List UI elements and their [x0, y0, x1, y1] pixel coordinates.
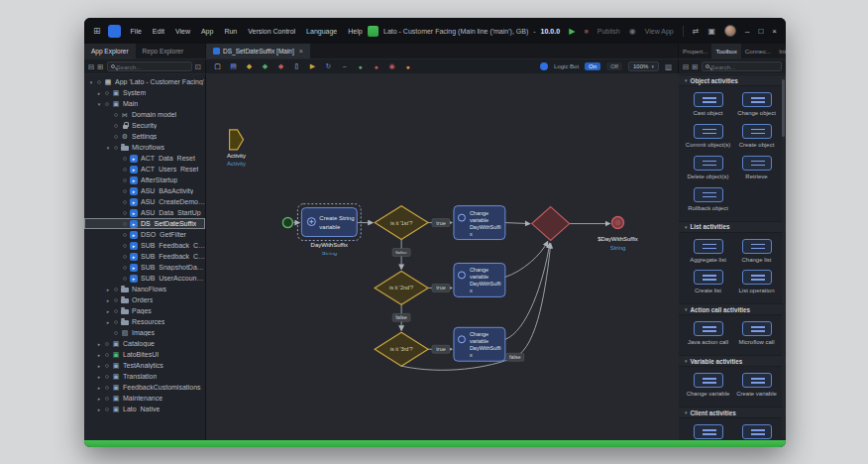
merge-node[interactable]	[532, 207, 570, 241]
canvas-tool-icon[interactable]: ▶	[307, 61, 318, 72]
scrollbar[interactable]	[782, 76, 785, 438]
start-event[interactable]	[282, 218, 292, 228]
sync-icon[interactable]: ⇄	[693, 27, 700, 36]
edge-change3-merge[interactable]	[505, 244, 550, 340]
tree-item[interactable]: Settings	[84, 131, 205, 142]
tab-connectors[interactable]: Connec...	[741, 44, 775, 58]
menu-item[interactable]: Edit	[153, 28, 164, 35]
menu-item[interactable]: Language	[306, 28, 337, 35]
canvas-tool-icon[interactable]: ◆	[244, 61, 255, 72]
zoom-select[interactable]: 100% ▾	[628, 61, 659, 71]
toolbox-item[interactable]: Microflow call	[732, 319, 781, 350]
tree-item[interactable]: SUB_Feedback_CreateGoogle	[84, 251, 205, 262]
chevron-icon[interactable]	[105, 297, 111, 303]
expand-sections-icon[interactable]: ⊞	[692, 62, 698, 71]
tree-item[interactable]: ACT_Users_Reset	[84, 164, 205, 174]
notifications-icon[interactable]: ▣	[707, 27, 715, 36]
canvas-tool-icon[interactable]: ●	[371, 61, 381, 72]
toolbox-item[interactable]: Change variable	[684, 371, 732, 402]
canvas-tool-icon[interactable]: ●	[402, 61, 413, 72]
chevron-icon[interactable]	[96, 90, 102, 96]
close-button[interactable]: ×	[772, 27, 777, 36]
app-grid-icon[interactable]: ⊞	[93, 26, 101, 36]
chevron-icon[interactable]	[88, 79, 94, 85]
edge-change1-merge[interactable]	[505, 223, 530, 224]
canvas-tool-icon[interactable]: ◆	[275, 61, 286, 72]
toolbox-item[interactable]: Delete object(s)	[684, 154, 732, 184]
toolbox-section-header[interactable]: ▾ Action call activities	[679, 303, 786, 315]
toolbox-item[interactable]: Create object	[732, 122, 781, 153]
tree-item[interactable]: SUB_SnapshotData_Multiply	[84, 262, 205, 273]
tree-item[interactable]: Microflows	[84, 142, 205, 153]
chevron-icon[interactable]	[96, 406, 102, 412]
tree-item[interactable]: Orders	[84, 294, 205, 305]
publish-button[interactable]: Publish	[597, 28, 620, 35]
toolbox-item[interactable]: Create variable	[732, 371, 781, 402]
tree-item[interactable]: AfterStartup	[84, 174, 205, 185]
view-app-button[interactable]: View App	[645, 28, 674, 35]
close-icon[interactable]: ×	[299, 48, 303, 55]
collapse-all-icon[interactable]: ⊟	[88, 62, 94, 71]
chevron-icon[interactable]	[105, 319, 111, 325]
toolbox-section-header[interactable]: ▾ Client activities	[679, 406, 786, 418]
toolbox-item[interactable]	[732, 422, 781, 440]
maximize-button[interactable]: □	[758, 27, 763, 36]
menu-item[interactable]: Run	[224, 28, 237, 35]
tree-item[interactable]: SUB_UserAccount_Create	[84, 273, 205, 284]
chevron-icon[interactable]	[105, 308, 111, 314]
canvas-tool-icon[interactable]: ▤	[228, 61, 239, 72]
tree-item[interactable]: ASU_BAsActivity	[84, 185, 205, 196]
scrollbar-thumb[interactable]	[782, 79, 785, 137]
chevron-icon[interactable]	[96, 396, 102, 402]
menu-item[interactable]: Version Control	[248, 28, 295, 35]
tab-integrations[interactable]: Integrat...	[775, 44, 786, 58]
document-tab[interactable]: DS_SetDateSuffix [Main] ×	[206, 44, 310, 58]
chevron-icon[interactable]	[96, 363, 102, 369]
toolbox-item[interactable]: Change object	[732, 90, 781, 121]
tree-item[interactable]: Security	[84, 120, 205, 131]
menu-item[interactable]: Help	[348, 28, 362, 35]
tree-item[interactable]: Main	[84, 98, 205, 109]
edge-change2-merge[interactable]	[505, 242, 548, 278]
toolbox-item[interactable]	[684, 422, 732, 440]
tree-item[interactable]: DSO_GetFilter	[84, 229, 205, 240]
tree-item[interactable]: Resources	[84, 316, 205, 327]
tab-repo-explorer[interactable]: Repo Explorer	[136, 44, 191, 58]
toolbox-item[interactable]: Rollback object	[684, 185, 732, 216]
minimize-button[interactable]: –	[745, 27, 749, 36]
chevron-icon[interactable]	[96, 341, 102, 347]
tree-item[interactable]: Images	[84, 327, 205, 338]
toolbox-item[interactable]: Change list	[732, 237, 781, 268]
toolbox-item[interactable]: Commit object(s)	[684, 122, 732, 153]
collapse-sections-icon[interactable]: ⊟	[683, 62, 689, 71]
user-avatar[interactable]	[724, 25, 736, 37]
logic-bot-off-button[interactable]: Off	[606, 62, 622, 70]
canvas-tool-icon[interactable]: ●	[355, 61, 366, 72]
tab-properties[interactable]: Propert...	[679, 44, 711, 58]
tree-item[interactable]: Lato_Native	[84, 404, 205, 414]
toolbox-section-header[interactable]: ▾ List activities	[679, 221, 786, 233]
stop-button[interactable]: ■	[585, 28, 589, 35]
mendix-logo-icon[interactable]	[108, 25, 121, 38]
tree-item[interactable]: LatoBitesUI	[84, 349, 205, 360]
tree-item[interactable]: TestAnalytics	[84, 360, 205, 371]
canvas-tool-icon[interactable]: ◆	[260, 61, 271, 72]
tree-item[interactable]: ASU_Data_StartUp	[84, 207, 205, 218]
logic-bot-on-button[interactable]: On	[585, 62, 600, 70]
canvas-tool-icon[interactable]: ▯	[291, 61, 302, 72]
menu-item[interactable]: File	[131, 28, 142, 35]
tab-toolbox[interactable]: Toolbox	[711, 44, 740, 58]
microflow-editor-canvas[interactable]: Activity Activity Create String variable…	[206, 74, 679, 440]
toolbox-item[interactable]: Cast object	[684, 90, 732, 121]
parameter-shape[interactable]	[230, 130, 244, 150]
toolbox-item[interactable]: Retrieve	[732, 154, 781, 184]
expand-all-icon[interactable]: ⊞	[97, 62, 103, 71]
explorer-search[interactable]	[107, 61, 192, 71]
canvas-tool-icon[interactable]: ▢	[212, 61, 223, 72]
toolbox-item[interactable]: Create list	[684, 268, 732, 298]
tree-item[interactable]: System	[84, 87, 205, 98]
explorer-search-input[interactable]	[117, 63, 188, 70]
panel-toggle-icon[interactable]: ▥	[665, 62, 672, 71]
toolbox-item[interactable]: Aggregate list	[684, 237, 732, 268]
tree-item[interactable]: DS_SetDateSuffix	[84, 218, 205, 229]
